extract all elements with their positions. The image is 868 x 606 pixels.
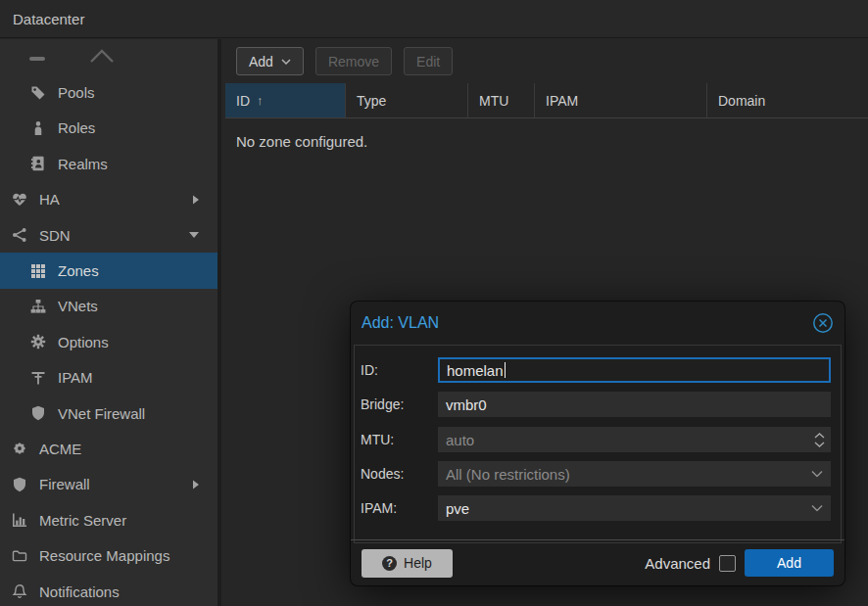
- sidebar-item-label: Resource Mappings: [39, 547, 169, 564]
- column-label: MTU: [479, 93, 508, 109]
- ipam-field-label: IPAM:: [361, 500, 438, 516]
- sidebar-item-options[interactable]: Options: [0, 324, 217, 359]
- add-vlan-dialog: Add: VLAN ID: homelan Bridge: vmbr0 MTU:…: [351, 302, 844, 585]
- help-button[interactable]: ? Help: [362, 549, 453, 578]
- column-label: Type: [357, 93, 386, 109]
- sidebar-item-label: Notifications: [39, 583, 120, 600]
- sidebar-item-label: Roles: [58, 119, 95, 136]
- nodes-placeholder: All (No restrictions): [446, 466, 570, 483]
- user-icon: [28, 120, 48, 136]
- ipam-select-value: pve: [446, 500, 469, 517]
- column-header-mtu[interactable]: MTU: [468, 83, 535, 117]
- sidebar-item-notifications[interactable]: Notifications: [0, 574, 217, 606]
- nodes-field-label: Nodes:: [361, 466, 438, 482]
- chevron-right-icon: [192, 479, 200, 490]
- zones-table-header: ID ↑ Type MTU IPAM Domain: [225, 83, 868, 118]
- top-bar: Datacenter: [0, 0, 868, 38]
- id-input-value: homelan: [447, 362, 504, 379]
- sidebar-item-label: Options: [58, 334, 109, 350]
- bridge-input[interactable]: vmbr0: [438, 392, 831, 417]
- sidebar-item-zones[interactable]: Zones: [0, 253, 217, 288]
- sidebar-item-ha[interactable]: HA: [0, 182, 217, 217]
- folder-icon: [10, 548, 29, 564]
- dialog-add-button[interactable]: Add: [745, 549, 834, 577]
- dialog-header[interactable]: Add: VLAN: [351, 302, 844, 345]
- network-icon: [10, 227, 29, 243]
- sidebar-item-metric-server[interactable]: Metric Server: [0, 502, 217, 537]
- partial-dash-icon: [29, 57, 45, 61]
- sidebar-item-label: Zones: [58, 262, 99, 279]
- form-row-id: ID: homelan: [361, 357, 831, 383]
- sidebar-item-sdn[interactable]: SDN: [0, 217, 217, 253]
- id-input[interactable]: homelan: [438, 357, 831, 383]
- form-row-ipam: IPAM: pve: [361, 495, 831, 521]
- address-book-icon: [28, 156, 48, 171]
- edit-button-label: Edit: [416, 54, 440, 70]
- dialog-add-button-label: Add: [777, 555, 801, 571]
- ipam-select[interactable]: pve: [438, 495, 831, 521]
- column-label: ID: [236, 93, 250, 109]
- sidebar-partial-row: [0, 39, 217, 74]
- sidebar-item-acme[interactable]: ACME: [0, 431, 217, 466]
- chevron-down-icon: [811, 505, 823, 512]
- sidebar-item-label: Metric Server: [39, 512, 126, 529]
- bridge-field-label: Bridge:: [361, 396, 438, 412]
- sort-ascending-icon: ↑: [257, 93, 264, 108]
- close-icon[interactable]: [812, 312, 834, 334]
- empty-table-message: No zone configured.: [236, 133, 367, 150]
- page-title: Datacenter: [13, 11, 84, 27]
- form-row-nodes: Nodes: All (No restrictions): [361, 461, 831, 487]
- gear-icon: [28, 334, 48, 350]
- bridge-input-value: vmbr0: [446, 396, 487, 413]
- dialog-title: Add: VLAN: [362, 314, 439, 332]
- chevron-down-icon: [281, 59, 291, 65]
- sidebar-item-vnet-firewall[interactable]: VNet Firewall: [0, 396, 217, 431]
- sidebar-item-roles[interactable]: Roles: [0, 111, 217, 146]
- mtu-spinner[interactable]: auto: [438, 427, 831, 452]
- shield-icon: [10, 477, 29, 492]
- sidebar-item-realms[interactable]: Realms: [0, 146, 217, 181]
- sidebar-item-ipam[interactable]: IPAM: [0, 360, 217, 396]
- chevron-right-icon: [192, 194, 200, 206]
- sidebar-item-label: SDN: [39, 227, 71, 244]
- advanced-checkbox[interactable]: [719, 555, 736, 572]
- spinner-buttons[interactable]: [814, 427, 825, 452]
- column-label: IPAM: [546, 93, 578, 109]
- sidebar-tree: Pools Roles Realms HA: [0, 39, 221, 606]
- form-row-bridge: Bridge: vmbr0: [361, 392, 831, 417]
- help-button-label: Help: [404, 555, 432, 571]
- sidebar-item-firewall[interactable]: Firewall: [0, 467, 217, 502]
- id-field-label: ID:: [361, 362, 438, 378]
- column-header-type[interactable]: Type: [346, 83, 468, 117]
- column-header-ipam[interactable]: IPAM: [535, 83, 707, 117]
- shield-icon: [28, 405, 48, 421]
- remove-button-label: Remove: [328, 54, 379, 70]
- sidebar-item-label: Firewall: [39, 476, 90, 492]
- bell-icon: [10, 583, 29, 599]
- tags-icon: [28, 85, 48, 101]
- sidebar-item-label: HA: [39, 191, 60, 208]
- sidebar-item-vnets[interactable]: VNets: [0, 289, 217, 324]
- chevron-down-icon: [188, 231, 200, 239]
- remove-button[interactable]: Remove: [315, 47, 392, 75]
- column-header-id[interactable]: ID ↑: [225, 83, 346, 117]
- add-button-label: Add: [249, 54, 273, 70]
- question-mark-icon: ?: [382, 556, 397, 571]
- column-header-domain[interactable]: Domain: [707, 83, 868, 117]
- sidebar-item-resource-mappings[interactable]: Resource Mappings: [0, 537, 217, 573]
- app-window: Datacenter Pools Roles Realms: [0, 0, 868, 606]
- sidebar-item-label: VNet Firewall: [58, 405, 145, 422]
- ipam-icon: [28, 370, 48, 386]
- advanced-label[interactable]: Advanced: [645, 555, 710, 572]
- heartbeat-icon: [10, 192, 29, 208]
- grid-icon: [28, 263, 48, 279]
- sidebar-item-label: ACME: [39, 441, 81, 457]
- sitemap-icon: [28, 299, 48, 314]
- bar-chart-icon: [10, 512, 29, 528]
- sidebar-item-pools[interactable]: Pools: [0, 74, 217, 110]
- edit-button[interactable]: Edit: [404, 47, 453, 75]
- add-button[interactable]: Add: [236, 47, 304, 75]
- nodes-select[interactable]: All (No restrictions): [438, 461, 831, 487]
- text-cursor: [505, 362, 506, 378]
- dialog-footer: ? Help Advanced Add: [351, 539, 844, 585]
